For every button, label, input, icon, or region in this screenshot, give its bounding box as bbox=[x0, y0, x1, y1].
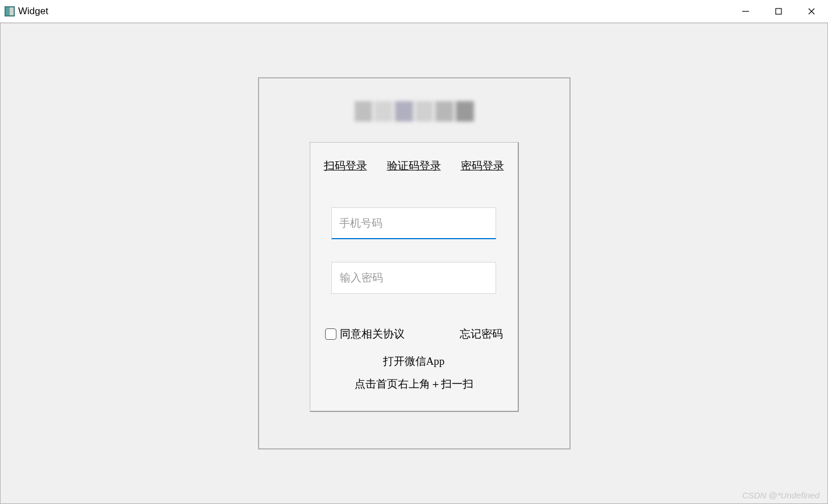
window-controls bbox=[729, 0, 828, 22]
forgot-password-link[interactable]: 忘记密码 bbox=[460, 327, 503, 341]
agree-row: 同意相关协议 忘记密码 bbox=[324, 327, 504, 341]
login-panel: 扫码登录 验证码登录 密码登录 同意相关协议 忘记密码 打开微信App 点击首页… bbox=[310, 142, 519, 412]
maximize-button[interactable] bbox=[762, 0, 795, 22]
watermark: CSDN @*Undefined bbox=[742, 490, 819, 500]
obscured-title bbox=[355, 101, 474, 122]
titlebar: Widget bbox=[0, 0, 828, 23]
hint-line-2: 点击首页右上角＋扫一扫 bbox=[324, 377, 504, 391]
titlebar-left: Widget bbox=[5, 6, 48, 17]
agree-label: 同意相关协议 bbox=[340, 327, 405, 341]
svg-rect-1 bbox=[776, 9, 781, 14]
agree-checkbox-wrap[interactable]: 同意相关协议 bbox=[325, 327, 405, 341]
app-icon bbox=[5, 6, 15, 16]
hint-line-1: 打开微信App bbox=[324, 354, 504, 369]
main-area: 扫码登录 验证码登录 密码登录 同意相关协议 忘记密码 打开微信App 点击首页… bbox=[0, 23, 828, 504]
password-input[interactable] bbox=[331, 262, 496, 294]
minimize-icon bbox=[742, 7, 750, 15]
window-title: Widget bbox=[18, 6, 48, 17]
maximize-icon bbox=[775, 7, 783, 15]
minimize-button[interactable] bbox=[729, 0, 762, 22]
outer-panel: 扫码登录 验证码登录 密码登录 同意相关协议 忘记密码 打开微信App 点击首页… bbox=[258, 77, 571, 449]
close-icon bbox=[808, 7, 815, 15]
tab-password-login[interactable]: 密码登录 bbox=[461, 159, 504, 173]
agree-checkbox[interactable] bbox=[325, 328, 336, 340]
close-button[interactable] bbox=[795, 0, 828, 22]
phone-input[interactable] bbox=[331, 207, 496, 239]
login-tabs: 扫码登录 验证码登录 密码登录 bbox=[324, 159, 504, 173]
tab-qr-login[interactable]: 扫码登录 bbox=[324, 159, 367, 173]
tab-sms-login[interactable]: 验证码登录 bbox=[387, 159, 441, 173]
